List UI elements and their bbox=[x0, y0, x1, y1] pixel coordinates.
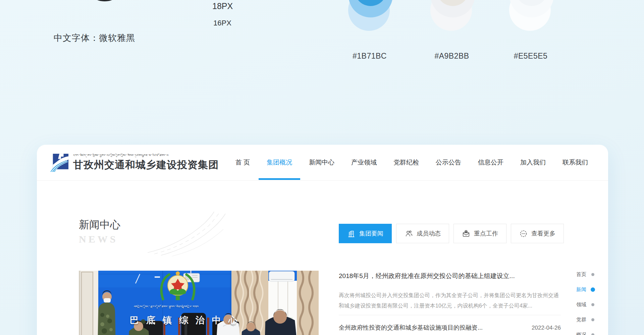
nav-item-disclosure[interactable]: 信息公开 bbox=[478, 145, 503, 181]
side-nav-party[interactable]: 党群 bbox=[576, 316, 595, 323]
photo-caption: 巴底镇综治中心 bbox=[130, 314, 245, 326]
building-icon bbox=[347, 229, 356, 238]
hex-label-gray: #A9B2BB bbox=[415, 52, 489, 61]
font-size-sample-16: 16PX bbox=[213, 19, 231, 27]
article-title[interactable]: 全州政府性投资的交通和城乡基础设施项目的投融资... bbox=[339, 323, 483, 332]
nav-item-industry[interactable]: 产业领域 bbox=[351, 145, 377, 181]
news-section-title: 新闻中心 bbox=[79, 218, 120, 232]
news-tabs: 集团要闻 成员动态 重点工作 bbox=[339, 224, 564, 243]
divider bbox=[339, 315, 561, 315]
tab-key-work[interactable]: 重点工作 bbox=[453, 224, 506, 243]
nav-item-home[interactable]: 首 页 bbox=[235, 145, 250, 181]
side-nav-overview[interactable]: 概况 bbox=[576, 331, 595, 335]
main-nav: 首 页 集团概况 新闻中心 产业领域 党群纪检 公示公告 信息公开 加入我们 联… bbox=[235, 145, 588, 181]
logo-company-name: 甘孜州交通和城乡建设投资集团 bbox=[73, 158, 219, 172]
side-nav-home[interactable]: 首页 bbox=[576, 271, 595, 278]
tab-member-news[interactable]: 成员动态 bbox=[396, 224, 449, 243]
article-excerpt: 再次将州城投公司并入州交投集团公司，作为其全资子公司，并将集团公司更名为甘孜州交… bbox=[339, 290, 561, 311]
news-photo[interactable]: བག་སྟེང་གྲོང་བརྡལ་གྱི་ཚོགས་བསྡུས་བཅོས་སྒ… bbox=[79, 271, 319, 335]
page: 中文字体：微软雅黑 18PX 16PX #1B71BC #A9B2BB #E5E… bbox=[0, 0, 644, 335]
article-title[interactable]: 2018年5月，经州政府批准在原州交投公司的基础上组建设立... bbox=[339, 272, 561, 280]
side-nav-industry[interactable]: 领域 bbox=[576, 301, 595, 308]
mail-star-icon bbox=[462, 229, 470, 238]
active-nav-underline bbox=[259, 178, 300, 180]
nav-dot bbox=[591, 333, 594, 335]
side-nav-news[interactable]: 新闻 bbox=[576, 286, 595, 293]
nav-dot bbox=[591, 318, 594, 321]
nav-item-join-us[interactable]: 加入我们 bbox=[520, 145, 546, 181]
tab-see-more[interactable]: 查看更多 bbox=[511, 224, 564, 243]
more-icon bbox=[519, 229, 528, 238]
article-row[interactable]: 全州政府性投资的交通和城乡基础设施项目的投融资... 2022-04-26 bbox=[339, 323, 561, 332]
logo-road-icon bbox=[50, 153, 69, 172]
hex-label-light-gray: #E5E5E5 bbox=[494, 52, 568, 61]
people-icon bbox=[405, 229, 413, 238]
road-decoration bbox=[148, 211, 231, 256]
section-side-nav: 首页 新闻 领域 党群 概况 bbox=[576, 271, 595, 335]
nav-item-group-overview[interactable]: 集团概况 bbox=[267, 145, 292, 181]
nav-item-party[interactable]: 党群纪检 bbox=[393, 145, 419, 181]
site-header: དཀར་མཛེས་ཁུལ་འགྲིམ་འགྲུལ་དང་གྲོང་ཁྱེར་གྲ… bbox=[37, 145, 608, 181]
logo-tibetan-text: དཀར་མཛེས་ཁུལ་འགྲིམ་འགྲུལ་དང་གྲོང་ཁྱེར་གྲ… bbox=[73, 153, 219, 158]
tab-group-news[interactable]: 集团要闻 bbox=[339, 224, 392, 243]
font-size-sample-18: 18PX bbox=[212, 1, 233, 11]
nav-dot bbox=[591, 303, 594, 306]
article-list: 2018年5月，经州政府批准在原州交投公司的基础上组建设立... 再次将州城投公… bbox=[339, 272, 561, 332]
news-section-title-block: 新闻中心 NEWS bbox=[79, 218, 120, 245]
photo-tibetan-caption: བག་སྟེང་གྲོང་བརྡལ་གྱི་ཚོགས་བསྡུས་བཅོས་སྒ… bbox=[94, 305, 238, 309]
font-specimen-glyph bbox=[96, 0, 113, 1]
site-logo[interactable]: དཀར་མཛེས་ཁུལ་འགྲིམ་འགྲུལ་དང་གྲོང་ཁྱེར་གྲ… bbox=[50, 153, 219, 172]
website-card: དཀར་མཛེས་ཁུལ་འགྲིམ་འགྲུལ་དང་གྲོང་ཁྱེར་གྲ… bbox=[37, 145, 608, 335]
nav-dot-active bbox=[591, 287, 595, 292]
nav-item-contact-us[interactable]: 联系我们 bbox=[562, 145, 588, 181]
hex-label-brand-blue: #1B71BC bbox=[333, 52, 407, 61]
nav-item-announcements[interactable]: 公示公告 bbox=[436, 145, 461, 181]
font-spec-label: 中文字体：微软雅黑 bbox=[54, 32, 135, 44]
news-section-subtitle: NEWS bbox=[79, 233, 120, 245]
nav-dot bbox=[591, 273, 594, 276]
nav-item-news-center[interactable]: 新闻中心 bbox=[309, 145, 334, 181]
article-date: 2022-04-26 bbox=[532, 325, 561, 331]
